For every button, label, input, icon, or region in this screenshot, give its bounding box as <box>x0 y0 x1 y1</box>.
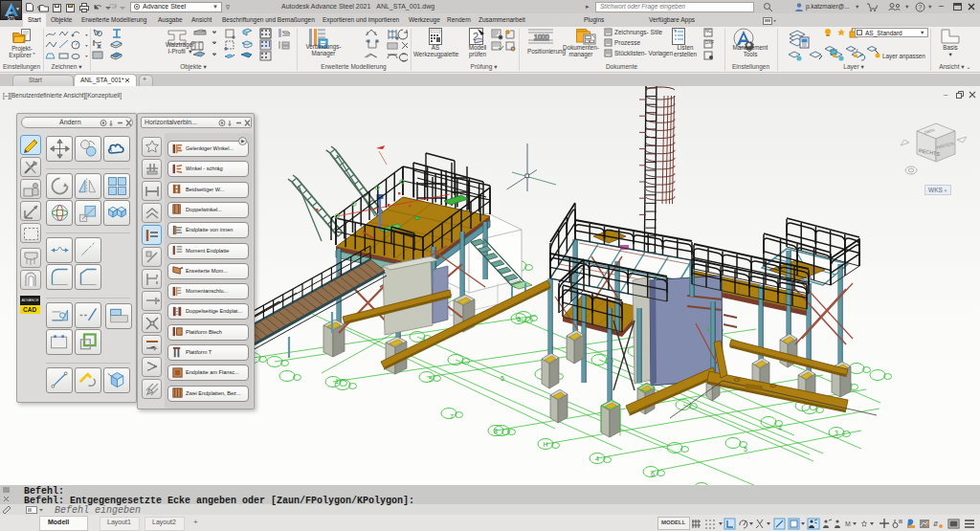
svg-text:?: ? <box>919 4 923 11</box>
svg-text:H: H <box>543 441 547 448</box>
svg-text:H: H <box>706 326 711 333</box>
svg-text:4: 4 <box>595 455 599 462</box>
svg-text:6: 6 <box>651 471 655 477</box>
svg-text:M: M <box>845 520 851 527</box>
svg-text:4: 4 <box>778 425 782 431</box>
svg-text:5: 5 <box>501 375 504 382</box>
svg-text:x: x <box>98 43 100 49</box>
svg-text:NC: NC <box>705 29 712 33</box>
svg-text:1: 1 <box>335 378 339 385</box>
svg-text:STL: STL <box>8 16 16 21</box>
svg-text:Prozesse: Prozesse <box>614 39 640 46</box>
svg-text:Zeichnungs- Stile: Zeichnungs- Stile <box>614 29 663 36</box>
svg-text:7: 7 <box>450 413 454 420</box>
svg-text:1000: 1000 <box>534 33 549 40</box>
svg-text:3: 3 <box>835 430 838 436</box>
svg-text:⇵: ⇵ <box>933 520 939 527</box>
svg-text:5: 5 <box>744 446 747 453</box>
svg-text:5: 5 <box>429 376 433 383</box>
svg-text:8: 8 <box>494 428 498 434</box>
svg-text:5: 5 <box>517 316 521 322</box>
svg-text:DXF: DXF <box>705 40 714 45</box>
